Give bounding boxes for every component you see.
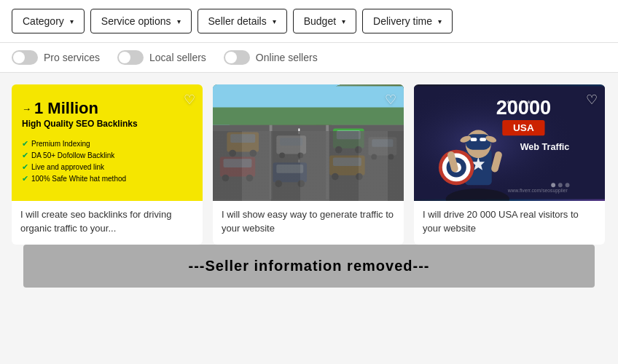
check-icon-2: ✔	[22, 151, 28, 160]
svg-rect-12	[220, 157, 256, 176]
local-sellers-toggle[interactable]	[117, 50, 144, 65]
svg-point-26	[335, 146, 343, 154]
delivery-time-chevron-icon: ▾	[438, 17, 442, 25]
usa-description: I will drive 20 000 USA real visitors to…	[423, 208, 596, 236]
card-usa-traffic: ♡	[414, 84, 605, 245]
filter-bar: Category ▾ Service options ▾ Seller deta…	[0, 0, 618, 43]
online-sellers-label: Online sellers	[256, 52, 318, 63]
card-web-traffic: ♡	[213, 84, 404, 245]
svg-text:www.fiverr.com/seosupplier: www.fiverr.com/seosupplier	[507, 188, 568, 194]
delivery-time-label: Delivery time	[373, 15, 432, 27]
svg-text:★ ★ ★ ★ ★: ★ ★ ★ ★ ★	[506, 99, 538, 106]
seller-info-banner: ---Seller information removed---	[23, 245, 595, 288]
svg-point-31	[356, 173, 363, 181]
svg-rect-25	[337, 131, 361, 140]
card-seo-body: I will create seo backlinks for driving …	[12, 201, 203, 245]
svg-point-19	[297, 153, 303, 159]
category-filter-button[interactable]: Category ▾	[12, 9, 85, 33]
pro-services-label: Pro services	[44, 52, 100, 63]
seo-feature-1: ✔ Premium Indexing	[22, 139, 192, 149]
svg-point-35	[388, 154, 394, 160]
card-traffic-body: I will show easy way to generate traffic…	[213, 201, 404, 245]
wishlist-icon-traffic[interactable]: ♡	[385, 92, 396, 108]
budget-chevron-icon: ▾	[342, 17, 345, 25]
svg-point-34	[371, 154, 377, 160]
category-label: Category	[23, 15, 64, 27]
svg-rect-2	[213, 125, 404, 199]
svg-rect-21	[276, 165, 303, 173]
svg-rect-24	[333, 129, 364, 149]
svg-rect-33	[372, 139, 393, 147]
traffic-scene	[213, 84, 404, 201]
check-icon-3: ✔	[22, 162, 28, 172]
svg-rect-46	[480, 138, 486, 141]
seo-feature-3: ✔ Live and approved link	[22, 162, 192, 172]
seller-details-filter-button[interactable]: Seller details ▾	[197, 9, 287, 33]
category-chevron-icon: ▾	[70, 17, 74, 25]
usa-card-svg: 20000 USA Web Traffic ★ ★ ★ ★ ★ www.five…	[414, 84, 605, 201]
toggle-row: Pro services Local sellers Online seller…	[0, 43, 618, 73]
service-options-label: Service options	[101, 15, 171, 27]
svg-rect-45	[471, 138, 477, 141]
card-usa-image: ♡	[414, 84, 605, 201]
svg-rect-16	[276, 135, 306, 154]
seo-feature-4: ✔ 100% Safe White hat method	[22, 174, 192, 183]
online-sellers-toggle-item: Online sellers	[224, 50, 318, 65]
local-sellers-label: Local sellers	[149, 52, 206, 63]
seo-subheadline: High Quality SEO Backlinks	[22, 119, 192, 129]
service-options-filter-button[interactable]: Service options ▾	[90, 9, 192, 33]
wishlist-icon-seo[interactable]: ♡	[184, 92, 195, 108]
svg-text:USA: USA	[513, 122, 534, 133]
seller-banner-text: ---Seller information removed---	[189, 258, 430, 274]
seller-details-chevron-icon: ▾	[273, 17, 276, 25]
service-options-chevron-icon: ▾	[177, 17, 181, 25]
card-seo-image: ♡ → 1 Million High Quality SEO Backlinks…	[12, 84, 203, 201]
svg-point-10	[229, 150, 236, 157]
svg-point-14	[222, 175, 230, 182]
card-usa-body: I will drive 20 000 USA real visitors to…	[414, 201, 605, 245]
seo-headline: 1 Million	[34, 100, 98, 117]
svg-rect-4	[326, 125, 329, 199]
check-icon-1: ✔	[22, 139, 28, 149]
svg-rect-3	[270, 125, 273, 199]
pro-services-toggle-item: Pro services	[12, 50, 100, 65]
svg-rect-29	[333, 157, 361, 166]
svg-rect-20	[273, 162, 307, 182]
svg-text:Web Traffic: Web Traffic	[520, 142, 570, 152]
svg-point-60	[558, 183, 563, 187]
budget-filter-button[interactable]: Budget ▾	[293, 9, 356, 33]
card-seo-backlinks: ♡ → 1 Million High Quality SEO Backlinks…	[12, 84, 203, 245]
budget-label: Budget	[304, 15, 336, 27]
svg-point-30	[332, 173, 339, 181]
cards-section: ♡ → 1 Million High Quality SEO Backlinks…	[0, 73, 618, 245]
svg-point-18	[279, 153, 285, 159]
svg-rect-9	[230, 134, 255, 143]
seo-feature-2: ✔ DA 50+ Dofollow Backlink	[22, 151, 192, 160]
wishlist-icon-usa[interactable]: ♡	[586, 92, 598, 108]
svg-point-27	[355, 146, 362, 154]
local-sellers-toggle-item: Local sellers	[117, 50, 206, 65]
svg-point-11	[249, 150, 257, 157]
delivery-time-filter-button[interactable]: Delivery time ▾	[362, 9, 453, 33]
svg-rect-13	[224, 159, 252, 167]
pro-services-toggle[interactable]	[12, 50, 38, 65]
svg-rect-17	[280, 138, 302, 146]
seller-details-label: Seller details	[208, 15, 267, 27]
svg-rect-28	[329, 155, 365, 175]
seo-description: I will create seo backlinks for driving …	[20, 208, 194, 236]
seo-features-list: ✔ Premium Indexing ✔ DA 50+ Dofollow Bac…	[22, 139, 192, 186]
svg-rect-32	[368, 137, 396, 155]
svg-point-22	[275, 180, 282, 187]
card-traffic-image: ♡	[213, 84, 404, 201]
traffic-description: I will show easy way to generate traffic…	[222, 208, 395, 236]
online-sellers-toggle[interactable]	[224, 50, 250, 65]
svg-rect-1	[213, 107, 404, 124]
svg-point-61	[566, 183, 570, 187]
svg-point-15	[246, 175, 254, 182]
check-icon-4: ✔	[22, 174, 28, 183]
svg-rect-8	[227, 132, 259, 151]
svg-point-23	[297, 180, 305, 187]
svg-point-59	[551, 183, 555, 187]
traffic-svg	[213, 84, 404, 201]
